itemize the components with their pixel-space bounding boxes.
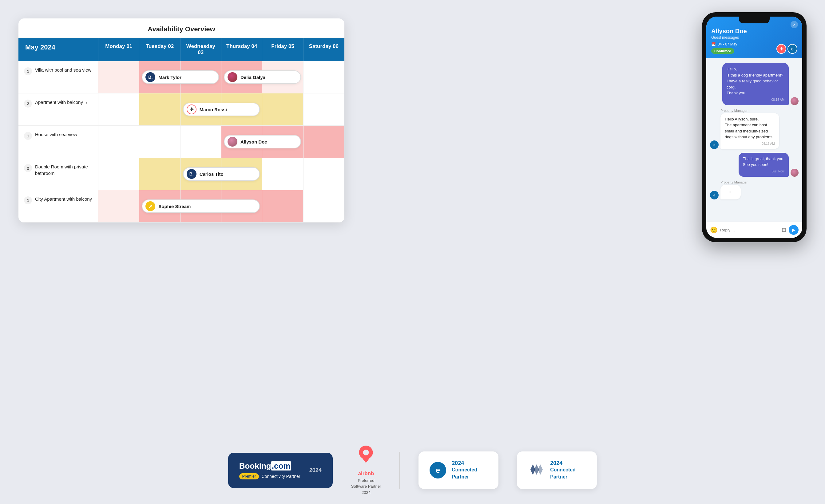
- vrbo-text-area: 2024 ConnectedPartner: [550, 460, 576, 480]
- booking-logo-area: Booking.com Premier Connectivity Partner: [239, 461, 300, 480]
- booking-logo: Booking.com: [239, 461, 300, 471]
- property-info: 1 Villa with pool and sea view: [18, 61, 98, 93]
- booking-partner-card: Booking.com Premier Connectivity Partner…: [228, 453, 333, 488]
- message-row: e Property Manager Hello Allyson, sure.T…: [710, 109, 799, 149]
- cal-cell: [303, 126, 345, 158]
- property-name: Double Room with private bathroom: [35, 164, 94, 176]
- phone-notch: [739, 17, 770, 23]
- guest-message: That's great, thank you.See you soon! Ju…: [739, 153, 789, 177]
- vrbo-partner-card: 2024 ConnectedPartner: [517, 451, 597, 489]
- message-text: Hello,is this a dog friendly apartment? …: [727, 66, 784, 96]
- property-unit-num: 2: [24, 100, 32, 107]
- day-header-4: Thursday 04: [221, 38, 262, 61]
- confirmed-badge: Confirmed: [711, 48, 734, 54]
- property-info: 1 City Apartment with balcony: [18, 190, 98, 222]
- cal-cell: [98, 126, 139, 158]
- cal-cell: [180, 126, 221, 158]
- close-button[interactable]: ×: [791, 21, 798, 28]
- connectivity-label: Connectivity Partner: [261, 474, 300, 479]
- emoji-icon[interactable]: 🙂: [710, 226, 718, 234]
- cal-cell: [139, 126, 180, 158]
- guest-name: Marco Rossi: [200, 107, 227, 112]
- table-row: 1 City Apartment with balcony ↗ Sophie S…: [18, 190, 345, 223]
- platform-icons: ✈ e: [776, 44, 797, 54]
- airbnb-partner-area: airbnb PreferredSoftware Partner2024: [351, 445, 381, 495]
- cal-cell: [303, 158, 345, 190]
- guest-avatar: [791, 97, 799, 105]
- eviivo-text-area: 2024 ConnectedPartner: [452, 460, 477, 480]
- day-header-5: Friday 05: [262, 38, 303, 61]
- host-label: Property Manager: [721, 109, 799, 112]
- message-text: Hello Allyson, sure.The apartment can ho…: [725, 116, 775, 140]
- property-name: City Apartment with balcony: [35, 196, 92, 202]
- avatar: [228, 72, 237, 82]
- message-row: Hello,is this a dog friendly apartment? …: [710, 63, 799, 105]
- reply-input[interactable]: [720, 228, 779, 232]
- host-avatar: e: [710, 191, 719, 199]
- day-header-2: Tuesday 02: [139, 38, 180, 61]
- vrbo-label: ConnectedPartner: [550, 467, 576, 480]
- booking-bar[interactable]: Allyson Doe: [224, 135, 301, 149]
- phone-frame: × Allyson Doe Guest messages 📅 04 - 07 M…: [702, 12, 807, 242]
- cal-cell: [303, 93, 345, 125]
- table-row: 2 Apartment with balcony ▾ ✈ Marco Rossi: [18, 93, 345, 126]
- guest-name: Mark Tylor: [158, 75, 181, 80]
- property-info: 2 Apartment with balcony ▾: [18, 93, 98, 125]
- message-time: 08:15 AM: [727, 97, 784, 102]
- vrbo-logo: [528, 461, 544, 479]
- attach-icon[interactable]: ⊞: [782, 227, 786, 233]
- message-row: e Property Manager: [710, 180, 799, 199]
- chat-messages: Hello,is this a dog friendly apartment? …: [706, 58, 802, 222]
- calendar-icon: 📅: [711, 42, 716, 47]
- table-row: 1 House with sea view Allyson Doe: [18, 126, 345, 158]
- cal-cell: [98, 190, 139, 222]
- avatar: ✈: [186, 104, 197, 114]
- cal-cell: [303, 61, 345, 93]
- booking-bar[interactable]: ✈ Marco Rossi: [183, 103, 260, 116]
- guest-name: Sophie Stream: [158, 204, 191, 209]
- booking-bar[interactable]: ↗ Sophie Stream: [142, 199, 260, 213]
- guest-name: Allyson Doe: [240, 139, 267, 145]
- eviivo-partner-card: e 2024 ConnectedPartner: [419, 451, 499, 489]
- typing-indicator: [721, 185, 741, 199]
- divider: [399, 452, 400, 489]
- booking-year: 2024: [309, 467, 322, 474]
- booking-bar[interactable]: Delia Galya: [224, 70, 301, 84]
- eviivo-year: 2024: [452, 460, 477, 467]
- avatar: B.: [145, 72, 155, 82]
- guest-name: Carlos Tito: [200, 171, 224, 177]
- vrbo-year: 2024: [550, 460, 576, 467]
- booking-bar[interactable]: B. Mark Tylor: [142, 70, 219, 84]
- day-header-1: Monday 01: [98, 38, 139, 61]
- calendar-body: 1 Villa with pool and sea view B. Mark T…: [18, 61, 345, 223]
- calendar-header: May 2024 Monday 01 Tuesday 02 Wednesday …: [18, 38, 345, 61]
- host-message: Hello Allyson, sure.The apartment can ho…: [721, 113, 779, 149]
- chat-subtitle: Guest messages: [711, 35, 797, 39]
- airbnb-label: airbnb PreferredSoftware Partner2024: [351, 470, 381, 495]
- cal-cell: [139, 158, 180, 190]
- host-label: Property Manager: [721, 180, 748, 184]
- guest-message: Hello,is this a dog friendly apartment? …: [722, 63, 789, 105]
- cal-cell: [262, 190, 303, 222]
- booking-bar[interactable]: B. Carlos Tito: [183, 167, 260, 181]
- eviivo-platform-icon: e: [788, 44, 797, 54]
- phone-container: × Allyson Doe Guest messages 📅 04 - 07 M…: [702, 12, 807, 242]
- send-button[interactable]: ▶: [789, 225, 799, 235]
- cal-cell: [303, 190, 345, 222]
- cal-cell: [98, 158, 139, 190]
- guest-name: Delia Galya: [240, 75, 266, 80]
- calendar-widget: Availability Overview May 2024 Monday 01…: [18, 18, 345, 223]
- eviivo-label: ConnectedPartner: [452, 467, 477, 480]
- day-header-6: Saturday 06: [303, 38, 345, 61]
- chat-input-bar: 🙂 ⊞ ▶: [706, 222, 802, 238]
- premier-badge: Premier: [239, 473, 259, 480]
- host-message-wrap: Property Manager: [721, 180, 748, 199]
- host-message-wrap: Property Manager Hello Allyson, sure.The…: [721, 109, 799, 149]
- property-unit-num: 2: [24, 164, 32, 172]
- table-row: 1 Villa with pool and sea view B. Mark T…: [18, 61, 345, 93]
- phone-screen: × Allyson Doe Guest messages 📅 04 - 07 M…: [706, 17, 802, 238]
- property-name: House with sea view: [35, 131, 77, 138]
- property-unit-num: 1: [24, 132, 32, 140]
- airbnb-platform-icon: ✈: [776, 44, 786, 54]
- eviivo-logo: e: [430, 462, 446, 479]
